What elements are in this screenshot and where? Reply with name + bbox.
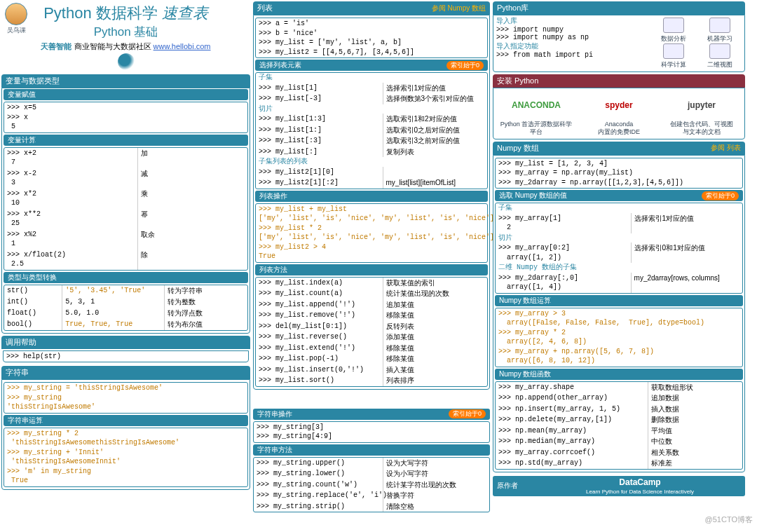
credit-line: 天善智能 商业智能与大数据社区 www.hellobi.com [1, 41, 250, 52]
datacamp-footer: 原作者 DataCampLearn Python for Data Scienc… [493, 476, 745, 496]
sub-strm: 字符串方法 [253, 444, 490, 456]
code-strcalc: >>> my_string * 2 'thisStringIsAwesometh… [4, 428, 248, 487]
section-help: 调用帮助 [1, 336, 250, 349]
code-help: >>> help(str) [3, 350, 249, 363]
code-list: >>> a = 'is' >>> b = 'nice' >>> my_list … [255, 18, 488, 58]
sub-strop: 字符串操作索引始于0 [253, 409, 490, 420]
code-assign: >>> x=5 >>> x 5 [4, 102, 248, 133]
code-imp1: >>> import numpy >>> import numpy as np [493, 26, 649, 41]
lbl-imp2: 导入指定功能 [493, 41, 649, 51]
sub-npop: Numpy 数组运算 [495, 295, 743, 306]
sub-strcalc: 字符串运算 [4, 415, 248, 426]
code-strm: >>> my_string.upper()设为大写字符>>> my_string… [253, 457, 490, 513]
section-string: 字符串 [1, 366, 250, 379]
lbl-imp1: 导入库 [493, 16, 649, 26]
code-imp2: >>> from math import pi [493, 51, 649, 59]
section-list: 列表参阅 Numpy 数组 [253, 1, 490, 15]
te-logo-icon [118, 53, 135, 70]
code-np: >>> my_list = [1, 2, 3, 4] >>> my_array … [495, 158, 743, 189]
code-listm: >>> my_list.index(a)获取某值的索引>>> my_list.c… [255, 277, 488, 387]
code-listsel: 子集>>> my_list[1]选择索引1对应的值>>> my_list[-3]… [255, 72, 488, 189]
types-table: str()'5', '3.45', 'True'转为字符串int()5, 3, … [4, 285, 248, 331]
code-npf: >>> my_array.shape获取数组形状>>> np.append(ot… [495, 381, 743, 470]
code-string: >>> my_string = 'thisStringIsAwesome' >>… [4, 382, 248, 414]
sub-listm: 列表方法 [255, 264, 488, 275]
section-install: 安装 Python [493, 74, 745, 88]
sub-calc: 变量计算 [4, 135, 248, 146]
code-strop: >>> my_string[3] >>> my_string[4:9] [253, 421, 490, 443]
sub-types: 类型与类型转换 [4, 272, 248, 283]
install-row: ANACONDAPython 首选开源数据科学平台spyderAnaconda … [493, 88, 745, 139]
code-npop: >>> my_array > 3 array([False, False, Fa… [495, 308, 743, 367]
sub-npf: Numpy 数组函数 [495, 369, 743, 380]
watermark: @51CTO博客 [705, 514, 753, 525]
avatar-icon [5, 3, 27, 25]
code-listop: >>> my_list + my_list ['my', 'list', 'is… [255, 203, 488, 263]
sub-listop: 列表操作 [255, 191, 488, 202]
section-numpy: Numpy 数组参阅 列表 [493, 142, 745, 155]
title-block: Python 数据科学 速查表 Python 基础 天善智能 商业智能与大数据社… [1, 1, 250, 72]
sub-listsel: 选择列表元素索引始于0 [255, 60, 488, 71]
avatar-name: 吴鸟课 [7, 26, 26, 35]
avatar-block: 吴鸟课 [4, 3, 28, 35]
page-title: Python 数据科学 速查表 [1, 3, 250, 24]
sub-assign: 变量赋值 [4, 89, 248, 100]
code-calc: >>> x+2 7加>>> x-2 3减>>> x*2 10乘>>> x**2 … [4, 147, 248, 271]
sub-npsel: 选取 Numpy 数组的值索引始于0 [495, 190, 743, 201]
code-npsel: 子集>>> my_array[1] 2选择索引1对应的值切片>>> my_arr… [495, 203, 743, 294]
credit-link[interactable]: www.hellobi.com [154, 42, 211, 50]
page-subtitle: Python 基础 [1, 24, 250, 40]
section-vars: 变量与数据类型 [1, 74, 250, 88]
tools-grid: 数据分析机器学习科学计算二维视图 [649, 16, 744, 71]
section-lib: Python库 [493, 1, 745, 15]
